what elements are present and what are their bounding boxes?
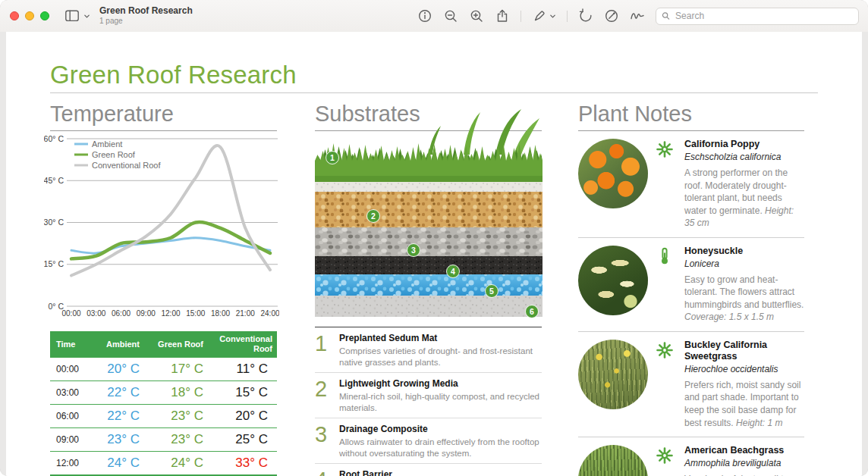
share-button[interactable]: [495, 8, 510, 23]
chevron-down-icon: [83, 13, 90, 20]
info-button[interactable]: [417, 8, 432, 23]
cell-time: 00:00: [50, 358, 93, 380]
sidebar-toggle-button[interactable]: [64, 8, 90, 23]
fullscreen-window-button[interactable]: [40, 11, 49, 20]
plant-entry: American Beachgrass Ammophila breviligul…: [578, 437, 804, 476]
zoom-in-button[interactable]: [469, 8, 484, 23]
cell-conventional: 25° C: [219, 428, 277, 451]
plant-species: Eschscholzia californica: [684, 152, 804, 162]
plant-notes-list: California Poppy Eschscholzia californic…: [578, 131, 804, 476]
temperature-line-chart: 0° C15° C30° C45° C60° C00:0003:0006:000…: [44, 132, 279, 320]
svg-text:03:00: 03:00: [86, 309, 105, 318]
search-field[interactable]: [656, 8, 859, 25]
document-area: Green Roof Research Temperature Substrat…: [0, 32, 868, 476]
substrate-title: Drainage Composite: [339, 424, 542, 434]
plant-name: Buckley California Sweetgrass: [684, 340, 804, 362]
markup-button[interactable]: [604, 8, 619, 23]
svg-text:00:00: 00:00: [61, 309, 80, 318]
zoom-out-button[interactable]: [443, 8, 458, 23]
substrate-description: Comprises varieties of drought- and fros…: [339, 346, 542, 368]
cell-time: 06:00: [50, 405, 93, 427]
cell-conventional: 20° C: [219, 405, 277, 427]
plant-species: Ammophila breviligulata: [684, 458, 804, 468]
substrate-number: 3: [315, 423, 339, 459]
substrate-title: Root Barrier: [339, 469, 542, 476]
search-icon: [662, 11, 670, 20]
plant-description: Very hardy. Adapts well to heat stress o…: [684, 473, 804, 476]
svg-text:24:00: 24:00: [260, 309, 279, 318]
plant-entry: Honeysuckle Lonicera Easy to grow and he…: [578, 238, 804, 332]
plant-entry: California Poppy Eschscholzia californic…: [578, 131, 804, 238]
minimize-window-button[interactable]: [25, 11, 34, 20]
page-count: 1 page: [99, 17, 193, 26]
list-item: 1 Preplanted Sedum Mat Comprises varieti…: [315, 327, 542, 373]
table-header-ambient: Ambient: [93, 331, 155, 357]
signature-button[interactable]: [630, 8, 645, 23]
plant-photo-beachgrass: [578, 445, 648, 476]
svg-text:30° C: 30° C: [44, 218, 64, 227]
rotate-left-button[interactable]: [578, 8, 593, 23]
svg-text:21:00: 21:00: [236, 309, 255, 318]
substrate-number: 2: [315, 377, 339, 414]
table-row: 12:00 24° C 24° C 33° C: [50, 451, 277, 474]
plant-name: American Beachgrass: [684, 445, 804, 456]
plant-stat: Height: 1 m: [736, 418, 782, 428]
substrate-number: 4: [315, 468, 339, 476]
svg-text:18:00: 18:00: [211, 309, 230, 318]
cell-time: 09:00: [50, 428, 93, 451]
cell-green-roof: 23° C: [155, 405, 219, 427]
cell-green-roof: 24° C: [155, 452, 219, 474]
svg-text:1: 1: [330, 153, 335, 162]
temperature-table: Time Ambient Green Roof Conventional Roo…: [50, 331, 277, 476]
substrate-number: 1: [315, 332, 339, 368]
cell-ambient: 22° C: [93, 381, 155, 404]
plant-description: A strong performer on the roof. Moderate…: [684, 167, 804, 230]
substrate-list: 1 Preplanted Sedum Mat Comprises varieti…: [315, 327, 542, 476]
list-item: 2 Lightweight Growing Media Mineral-rich…: [315, 373, 542, 418]
window-title-block: Green Roof Research 1 page: [99, 6, 193, 25]
cell-time: 12:00: [50, 452, 93, 474]
svg-text:3: 3: [411, 246, 416, 255]
plant-name: Honeysuckle: [684, 246, 804, 257]
document-title: Green Roof Research: [50, 61, 297, 89]
plant-photo-sweetgrass: [578, 340, 648, 409]
substrate-title: Lightweight Growing Media: [339, 378, 542, 389]
plant-stat: Coverage: 1.5 x 1.5 m: [684, 312, 774, 322]
section-heading-plants: Plant Notes: [578, 102, 692, 127]
cell-green-roof: 17° C: [155, 358, 219, 380]
toolbar-divider: [520, 11, 521, 22]
table-row: 03:00 22° C 18° C 15° C: [50, 380, 277, 404]
cell-ambient: 23° C: [93, 428, 155, 451]
cell-conventional: 15° C: [219, 381, 277, 404]
plant-species: Lonicera: [684, 258, 804, 269]
svg-text:12:00: 12:00: [161, 309, 180, 318]
window-title: Green Roof Research: [99, 6, 193, 17]
cell-conventional: 33° C: [219, 452, 277, 474]
table-header-green-roof: Green Roof: [155, 331, 219, 357]
thermometer-icon: [656, 246, 677, 324]
plant-entry: Buckley California Sweetgrass Hierochloe…: [578, 332, 804, 437]
table-row: 09:00 23° C 23° C 25° C: [50, 427, 277, 451]
cell-ambient: 20° C: [93, 358, 155, 380]
toolbar: [417, 8, 859, 25]
plant-species: Hierochloe occidentalis: [684, 364, 804, 374]
svg-text:15:00: 15:00: [186, 309, 205, 318]
preview-window: Green Roof Research 1 page: [0, 0, 868, 476]
close-window-button[interactable]: [10, 11, 19, 20]
plant-description: Prefers rich, moist sandy soil and part …: [684, 379, 804, 429]
search-input[interactable]: [674, 10, 853, 22]
highlight-button[interactable]: [532, 8, 556, 23]
section-heading-temperature: Temperature: [50, 102, 174, 127]
table-header-conventional-roof: Conventional Roof: [219, 331, 277, 357]
svg-text:15° C: 15° C: [44, 259, 64, 268]
table-header-row: Time Ambient Green Roof Conventional Roo…: [50, 331, 277, 357]
cell-green-roof: 18° C: [155, 381, 219, 404]
list-item: 4 Root Barrier Keeps roots from penetrat…: [315, 464, 542, 476]
pdf-page: Green Roof Research Temperature Substrat…: [6, 32, 862, 476]
cell-green-roof: 23° C: [155, 428, 219, 451]
zoom-in-icon: [469, 8, 484, 23]
list-item: 3 Drainage Composite Allows rainwater to…: [315, 418, 542, 464]
sidebar-icon: [64, 8, 80, 23]
title-rule: [50, 92, 818, 93]
cell-time: 03:00: [50, 381, 93, 404]
